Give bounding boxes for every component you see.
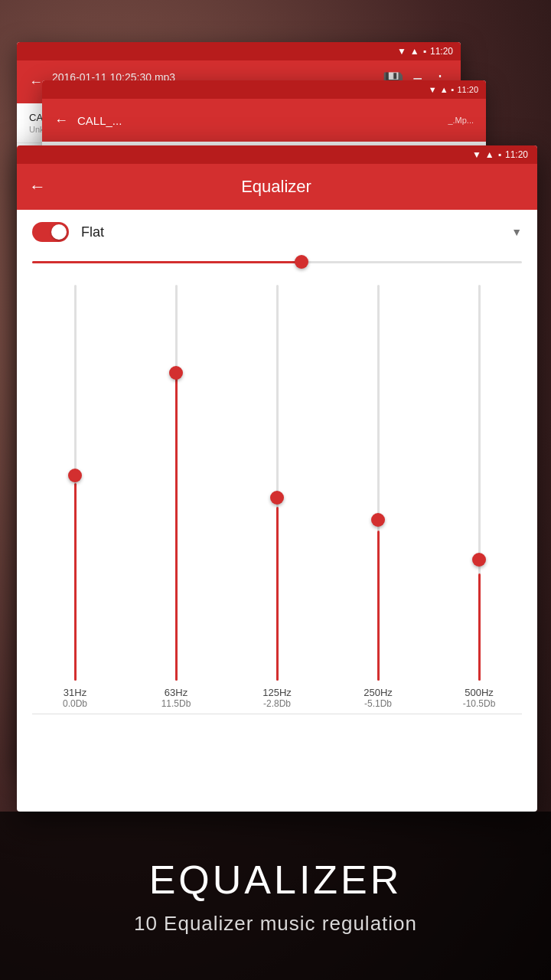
eq-band-freq: 500Hz [463,687,496,698]
back-arrow-mid[interactable]: ← [54,113,68,129]
eq-band-fill [478,573,481,681]
eq-band-31Hz[interactable]: 31Hz 0.0Db [44,285,106,714]
eq-band-thumb[interactable] [472,553,486,567]
eq-bands-divider [32,714,522,714]
eq-band-freq: 63Hz [161,687,191,698]
bottom-title: EQUALIZER [149,857,403,903]
eq-band-fill [276,507,279,681]
eq-status-bar: ▼ ▲ ▪ 11:20 [17,145,537,164]
eq-band-track [74,285,77,681]
eq-preset-label: Flat [81,224,499,240]
eq-controls: Flat ▼ [17,210,537,270]
eq-band-thumb[interactable] [371,513,385,527]
signal-icon-back: ▲ [410,46,419,57]
eq-band-125Hz[interactable]: 125Hz -2.8Db [246,285,308,714]
eq-header: ← Equalizer [17,164,537,210]
bottom-subtitle: 10 Equalizer music regulation [134,912,417,936]
eq-band-track [175,285,178,681]
eq-band-db: -10.5Db [463,698,496,709]
slider-thumb[interactable] [295,255,308,269]
eq-band-thumb[interactable] [169,366,183,380]
eq-bands: 31Hz 0.0Db 63Hz 11.5Db 125Hz -2.8Db [17,285,537,714]
status-bar-mid: ▼ ▲ ▪ 11:20 [42,80,486,99]
eq-band-track [276,285,279,681]
eq-band-track [377,285,380,681]
card-mid-title: CALL_... [77,114,439,127]
eq-band-db: -5.1Db [364,698,393,709]
eq-band-freq: 31Hz [63,687,87,698]
card-front: ▼ ▲ ▪ 11:20 ← Equalizer Flat ▼ [17,145,537,812]
eq-band-500Hz[interactable]: 500Hz -10.5Db [448,285,510,714]
eq-band-fill [175,372,178,681]
eq-band-freq: 125Hz [262,687,292,698]
battery-icon-back: ▪ [423,46,426,57]
eq-band-freq: 250Hz [364,687,393,698]
eq-band-labels: 250Hz -5.1Db [364,687,393,714]
eq-band-labels: 500Hz -10.5Db [463,687,496,714]
eq-band-labels: 63Hz 11.5Db [161,687,191,714]
eq-band-250Hz[interactable]: 250Hz -5.1Db [347,285,409,714]
battery-icon-eq: ▪ [498,149,501,160]
eq-band-thumb[interactable] [68,469,82,482]
time-eq: 11:20 [505,149,528,160]
time-back: 11:20 [430,46,453,57]
eq-band-thumb[interactable] [270,491,284,505]
eq-band-db: -2.8Db [262,698,292,709]
slider-fill [32,261,302,263]
eq-master-slider[interactable] [32,254,522,270]
eq-preset-row: Flat ▼ [32,222,522,242]
wifi-icon-mid: ▼ [429,85,437,94]
battery-icon-mid: ▪ [452,85,455,94]
eq-band-63Hz[interactable]: 63Hz 11.5Db [145,285,207,714]
eq-band-track [478,285,481,681]
eq-toggle-knob [51,224,67,240]
back-arrow-back[interactable]: ← [29,74,43,90]
eq-toggle[interactable] [32,222,69,242]
signal-icon-eq: ▲ [485,149,494,160]
card-mid-sub: _.Mp... [448,116,474,125]
wifi-icon-eq: ▼ [472,149,481,160]
card-mid-header: ← CALL_... _.Mp... [42,99,486,142]
eq-band-labels: 31Hz 0.0Db [63,687,87,714]
eq-title: Equalizer [55,177,497,197]
status-bar-back: ▼ ▲ ▪ 11:20 [17,42,461,60]
eq-dropdown-arrow[interactable]: ▼ [511,226,522,238]
back-arrow-eq[interactable]: ← [29,177,46,197]
eq-band-fill [377,531,380,681]
bottom-section: EQUALIZER 10 Equalizer music regulation [0,812,551,980]
wifi-icon-back: ▼ [397,46,406,57]
time-mid: 11:20 [457,85,478,94]
eq-band-db: 11.5Db [161,698,191,709]
eq-band-labels: 125Hz -2.8Db [262,687,292,714]
slider-track [32,261,522,263]
signal-icon-mid: ▲ [440,85,448,94]
eq-band-fill [74,483,77,681]
eq-band-db: 0.0Db [63,698,87,709]
